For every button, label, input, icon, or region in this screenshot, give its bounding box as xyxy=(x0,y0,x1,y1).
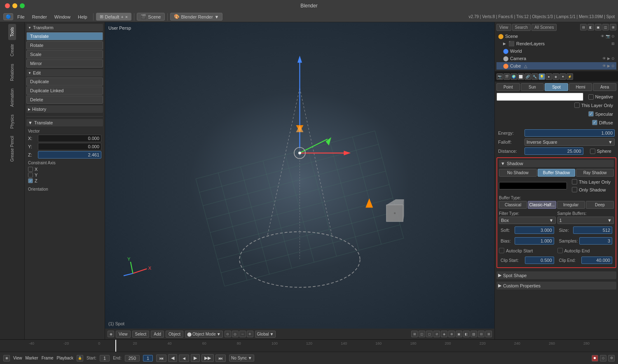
bottom-view-icon[interactable]: ◉ xyxy=(3,355,10,362)
cube-render-icon[interactable]: ▶ xyxy=(607,64,610,68)
outliner-icon-3[interactable]: ▣ xyxy=(595,24,602,30)
diffuse-cb[interactable]: ✓ xyxy=(592,120,597,125)
maximize-button[interactable] xyxy=(20,3,25,8)
negative-cb[interactable] xyxy=(588,94,594,100)
keyframe-icon[interactable]: ◇ xyxy=(600,355,606,362)
rl-icon-1[interactable]: ⊞ xyxy=(611,42,615,46)
timeline-playhead[interactable] xyxy=(115,340,116,352)
viewport-add-btn[interactable]: Add xyxy=(151,331,164,338)
view-icon-8[interactable]: ◧ xyxy=(463,331,470,337)
play-reverse-btn[interactable]: ◄ xyxy=(179,355,189,362)
outliner-icon-5[interactable]: ⊞ xyxy=(610,24,616,30)
samples-value[interactable]: 3 xyxy=(579,237,613,245)
bottom-view-label[interactable]: View xyxy=(13,356,22,360)
settings-icon[interactable]: ⚙ xyxy=(608,355,615,362)
bottom-playback-label[interactable]: Playback xyxy=(57,356,74,360)
cy-checkbox[interactable] xyxy=(28,173,33,177)
z-axis-value[interactable]: 2.461 xyxy=(38,151,101,159)
bottom-marker-label[interactable]: Marker xyxy=(26,356,38,360)
shadow-color-picker[interactable] xyxy=(499,182,567,189)
delete-btn[interactable]: Delete xyxy=(26,96,103,104)
translate-sub-header[interactable]: ▼ Translate xyxy=(26,119,103,126)
clip-start-value[interactable]: 0.500 xyxy=(525,257,554,264)
shadow-this-layer-cb[interactable] xyxy=(572,179,577,184)
workspace-close-icon[interactable]: × xyxy=(125,14,128,19)
props-data-icon[interactable]: 💡 xyxy=(538,73,545,80)
autoclip-end-cb[interactable] xyxy=(557,248,563,253)
lamp-color-picker[interactable] xyxy=(496,93,583,101)
camera-render-icon[interactable]: ▶ xyxy=(607,56,610,61)
props-scene-icon[interactable]: 🎬 xyxy=(503,73,510,80)
only-shadow-cb[interactable] xyxy=(572,187,577,192)
snap-icon[interactable]: ⊙ xyxy=(225,331,231,337)
outliner-scene[interactable]: ⬤ Scene 👁 📷 ⊙ xyxy=(496,33,616,40)
specular-cb[interactable]: ✓ xyxy=(588,111,594,117)
pivot-icon[interactable]: ◎ xyxy=(232,331,239,337)
cx-checkbox[interactable] xyxy=(28,167,33,172)
viewport-view-btn[interactable]: View xyxy=(116,331,131,338)
this-layer-only-cb[interactable] xyxy=(574,103,580,108)
classic-half-btn[interactable]: Classic-Half... xyxy=(528,201,556,209)
menu-help[interactable]: Help xyxy=(75,14,91,20)
outliner-scenes-tab[interactable]: All Scenes xyxy=(531,24,557,31)
view-icon-11[interactable]: ⊞ xyxy=(485,331,492,337)
spot-shape-header[interactable]: ▶ Spot Shape xyxy=(496,271,616,279)
scene-tab[interactable]: 🎬 Scene xyxy=(137,13,164,21)
outliner-view-tab[interactable]: View xyxy=(496,24,511,31)
props-world-icon[interactable]: 🌍 xyxy=(510,73,517,80)
x-axis-value[interactable]: 0.000 xyxy=(38,135,101,142)
camera-eye-icon[interactable]: 👁 xyxy=(602,56,606,61)
menu-render[interactable]: Render xyxy=(29,14,50,20)
energy-value[interactable]: 1.000 xyxy=(524,129,615,137)
view-icon-9[interactable]: ▨ xyxy=(471,331,477,337)
rotate-btn[interactable]: Rotate xyxy=(26,41,103,49)
cz-checkbox[interactable]: ✓ xyxy=(28,178,33,183)
irregular-btn[interactable]: Irregular xyxy=(557,201,585,209)
props-constraint-icon[interactable]: 🔗 xyxy=(524,73,531,80)
sidebar-tab-tools[interactable]: Tools xyxy=(8,24,16,40)
outliner-renderlayers[interactable]: ▶ ⬛ RenderLayers ⊞ xyxy=(496,40,616,47)
size-value[interactable]: 512 xyxy=(573,226,613,234)
sample-dropdown[interactable]: 1 ▼ xyxy=(557,217,614,224)
view-icon-2[interactable]: ◫ xyxy=(419,331,425,337)
outliner-icon-2[interactable]: ◧ xyxy=(588,24,594,30)
props-particles-icon[interactable]: ✦ xyxy=(559,73,566,80)
clip-end-value[interactable]: 40.000 xyxy=(581,257,613,264)
eye-icon[interactable]: 👁 xyxy=(601,34,604,38)
duplicate-linked-btn[interactable]: Duplicate Linked xyxy=(26,86,103,95)
prev-frame-btn[interactable]: ◀ xyxy=(168,354,177,362)
filter-type-dropdown[interactable]: Box ▼ xyxy=(499,217,556,224)
bias-value[interactable]: 1.000 xyxy=(515,237,554,245)
cube-eye-icon[interactable]: 👁 xyxy=(602,64,606,68)
distance-value[interactable]: 25.000 xyxy=(524,147,583,155)
mirror-btn[interactable]: Mirror xyxy=(26,59,103,68)
manipulator-icon[interactable]: ✛ xyxy=(247,331,253,337)
jump-end-btn[interactable]: ⏭ xyxy=(215,355,226,362)
camera-lock-icon[interactable]: ⊙ xyxy=(611,56,615,61)
jump-start-btn[interactable]: ⏮ xyxy=(156,355,166,362)
play-btn[interactable]: ▶ xyxy=(191,354,200,362)
edit-header[interactable]: ▼ Edit xyxy=(26,69,103,77)
no-shadow-btn[interactable]: No Shadow xyxy=(499,169,537,177)
view-icon-1[interactable]: ⊞ xyxy=(411,331,418,337)
props-object-icon[interactable]: ⬜ xyxy=(517,73,524,80)
workspace-add-icon[interactable]: + xyxy=(121,14,123,19)
sidebar-tab-create[interactable]: Create xyxy=(8,41,16,60)
spot-lamp-btn[interactable]: Spot xyxy=(545,83,568,91)
scale-btn[interactable]: Scale xyxy=(26,50,103,58)
view-icon-10[interactable]: ⊟ xyxy=(478,331,485,337)
shadow-header[interactable]: ▼ Shadow xyxy=(499,160,614,167)
blender-icon-btn[interactable]: 🔵 xyxy=(3,13,13,20)
end-frame-field[interactable]: 250 xyxy=(125,355,140,362)
view-icon-6[interactable]: ⊕ xyxy=(448,331,455,337)
outliner-world[interactable]: ⬤ World xyxy=(496,47,616,55)
sun-lamp-btn[interactable]: Sun xyxy=(521,83,544,91)
area-lamp-btn[interactable]: Area xyxy=(593,83,616,91)
viewport-object-btn[interactable]: Object xyxy=(166,331,183,338)
sidebar-tab-relations[interactable]: Relations xyxy=(8,61,16,84)
props-modifier-icon[interactable]: 🔧 xyxy=(531,73,538,80)
deep-btn[interactable]: Deep xyxy=(586,201,614,209)
props-physics-icon[interactable]: ⚡ xyxy=(566,73,573,80)
view-icon-3[interactable]: ◻ xyxy=(426,331,433,337)
sync-dropdown[interactable]: No Sync ▼ xyxy=(229,355,254,362)
